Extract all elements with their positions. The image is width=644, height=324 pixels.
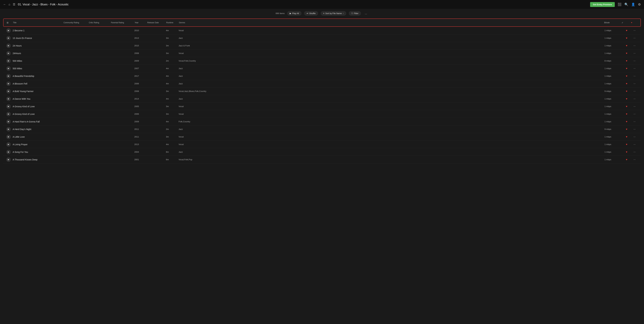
favorite-button[interactable]: ♥ xyxy=(622,44,631,47)
sort-button[interactable]: ≡ Sort by File Name ↑ xyxy=(321,11,346,16)
play-track-button[interactable]: ▶ xyxy=(6,36,11,40)
track-more-button[interactable]: ··· xyxy=(631,90,638,93)
track-more-button[interactable]: ··· xyxy=(631,37,638,40)
track-more-button[interactable]: ··· xyxy=(631,82,638,85)
filter-button[interactable]: ▽ Filter xyxy=(349,11,361,16)
header-check-icon[interactable]: ✓ xyxy=(622,21,631,24)
track-more-button[interactable]: ··· xyxy=(631,52,638,55)
track-more-button[interactable]: ··· xyxy=(631,158,638,161)
table-row[interactable]: ▶ A Living Prayer 2013 4m Vocal 1 mbps ♥… xyxy=(3,141,641,148)
favorite-button[interactable]: ♥ xyxy=(622,128,631,131)
header-release-date[interactable]: Release Date xyxy=(147,22,166,24)
favorite-button[interactable]: ♥ xyxy=(622,75,631,78)
table-row[interactable]: ▶ 500 Miles 2009 2m Vocal,Folk,Country 8… xyxy=(3,57,641,65)
play-track-button[interactable]: ▶ xyxy=(6,59,11,63)
table-row[interactable]: ▶ 2 Become 1 2010 4m Vocal 1 mbps ♥ ··· xyxy=(3,27,641,34)
play-track-button[interactable]: ▶ xyxy=(6,51,11,56)
play-track-button[interactable]: ▶ xyxy=(6,127,11,131)
table-row[interactable]: ▶ A Beautiful Friendship 2017 4m Jazz 1 … xyxy=(3,72,641,80)
favorite-button[interactable]: ♥ xyxy=(622,135,631,138)
favorite-button[interactable]: ♥ xyxy=(622,113,631,116)
favorite-button[interactable]: ♥ xyxy=(622,29,631,32)
table-row[interactable]: ▶ A Thousand Kisses Deep 2001 6m Vocal,F… xyxy=(3,156,641,163)
play-track-button[interactable]: ▶ xyxy=(6,74,11,78)
favorite-button[interactable]: ♥ xyxy=(622,98,631,100)
settings-icon[interactable]: ⚙ xyxy=(638,3,641,6)
favorite-button[interactable]: ♥ xyxy=(622,60,631,62)
header-bitrate[interactable]: Bitrate xyxy=(604,22,622,24)
menu-button[interactable]: ☰ xyxy=(13,3,15,6)
track-more-button[interactable]: ··· xyxy=(631,113,638,116)
play-track-button[interactable]: ▶ xyxy=(6,104,11,109)
favorite-button[interactable]: ♥ xyxy=(622,37,631,40)
track-more-button[interactable]: ··· xyxy=(631,60,638,62)
back-button[interactable]: ← xyxy=(3,3,6,6)
play-track-button[interactable]: ▶ xyxy=(6,66,11,71)
play-track-button[interactable]: ▶ xyxy=(6,82,11,86)
track-more-button[interactable]: ··· xyxy=(631,67,638,70)
play-track-button[interactable]: ▶ xyxy=(6,150,11,154)
play-track-button[interactable]: ▶ xyxy=(6,28,11,33)
more-options-button[interactable]: ... xyxy=(364,11,368,16)
shuffle-button[interactable]: ⇌ Shuffle xyxy=(304,11,318,16)
table-row[interactable]: ▶ A Groovy Kind of Love 2006 3m Vocal 1 … xyxy=(3,110,641,118)
favorite-button[interactable]: ♥ xyxy=(622,90,631,93)
header-genres[interactable]: Genres xyxy=(179,22,604,24)
table-row[interactable]: ▶ A Herd Day's Night 2011 2m Jazz 9 mbps… xyxy=(3,125,641,133)
table-row[interactable]: ▶ A Little Love 2011 3m Vocal 1 mbps ♥ ·… xyxy=(3,133,641,141)
favorite-button[interactable]: ♥ xyxy=(622,151,631,153)
table-row[interactable]: ▶ 500 Miles 2007 4m Jazz 1 mbps ♥ ··· xyxy=(3,65,641,72)
header-title[interactable]: Title xyxy=(13,22,64,24)
track-genre: Vocal,Folk,Country xyxy=(178,60,604,62)
header-runtime[interactable]: Runtime xyxy=(166,22,179,24)
table-row[interactable]: ▶ A Bold Young Farmer 2008 3m Vocal,Jazz… xyxy=(3,88,641,95)
table-row[interactable]: ▶ A Groovy Kind of Love 2005 3m Vocal 1 … xyxy=(3,103,641,110)
table-row[interactable]: ▶ 24 Hours 2015 3m Jazz & Funk 1 mbps ♥ … xyxy=(3,42,641,50)
get-premiere-button[interactable]: Get Emby Premiere xyxy=(590,2,615,7)
play-track-button[interactable]: ▶ xyxy=(6,119,11,124)
play-track-button[interactable]: ▶ xyxy=(6,89,11,94)
user-icon[interactable]: 👤 xyxy=(631,3,635,6)
track-more-button[interactable]: ··· xyxy=(631,98,638,100)
track-more-button[interactable]: ··· xyxy=(631,128,638,131)
play-track-button[interactable]: ▶ xyxy=(6,157,11,162)
header-critic-rating[interactable]: Critic Rating xyxy=(89,22,111,24)
track-more-button[interactable]: ··· xyxy=(631,135,638,138)
play-track-button[interactable]: ▶ xyxy=(6,135,11,139)
favorite-button[interactable]: ♥ xyxy=(622,82,631,85)
track-bitrate: 1 mbps xyxy=(604,158,622,161)
favorite-button[interactable]: ♥ xyxy=(622,120,631,123)
track-genre: Vocal xyxy=(178,52,604,55)
play-track-button[interactable]: ▶ xyxy=(6,44,11,48)
header-parental-rating[interactable]: Parental Rating xyxy=(111,22,135,24)
table-row[interactable]: ▶ A Dance With You 2014 4m Jazz 1 mbps ♥… xyxy=(3,95,641,103)
track-more-button[interactable]: ··· xyxy=(631,151,638,153)
track-more-button[interactable]: ··· xyxy=(631,29,638,32)
table-row[interactable]: ▶ 24Hours 2008 3m Vocal 1 mbps ♥ ··· xyxy=(3,50,641,57)
play-track-button[interactable]: ▶ xyxy=(6,142,11,147)
table-row[interactable]: ▶ 13 Jours En France 2013 3m Jazz 1 mbps… xyxy=(3,34,641,42)
favorite-button[interactable]: ♥ xyxy=(622,52,631,55)
play-track-button[interactable]: ▶ xyxy=(6,112,11,116)
header-heart-icon[interactable]: ♥ xyxy=(631,22,637,24)
favorite-button[interactable]: ♥ xyxy=(622,105,631,108)
cast-icon[interactable]: ⬛ xyxy=(618,3,622,6)
favorite-button[interactable]: ♥ xyxy=(622,158,631,161)
track-more-button[interactable]: ··· xyxy=(631,105,638,108)
header-year[interactable]: Year xyxy=(135,22,147,24)
table-row[interactable]: ▶ A Blossom Fell 2006 4m Jazz 1 mbps ♥ ·… xyxy=(3,80,641,88)
play-all-button[interactable]: ▶ Play All xyxy=(287,11,302,16)
track-more-button[interactable]: ··· xyxy=(631,143,638,146)
table-row[interactable]: ▶ A Hard Rain's A-Gonna Fall 2009 4m Fol… xyxy=(3,118,641,125)
track-more-button[interactable]: ··· xyxy=(631,120,638,123)
favorite-button[interactable]: ♥ xyxy=(622,143,631,146)
header-community-rating[interactable]: Community Rating xyxy=(64,22,89,24)
table-row[interactable]: ▶ A Song For You 2004 8m Jazz 1 mbps ♥ ·… xyxy=(3,148,641,156)
track-more-button[interactable]: ··· xyxy=(631,44,638,47)
grid-view-icon[interactable]: ⊞ xyxy=(7,21,13,24)
play-track-button[interactable]: ▶ xyxy=(6,97,11,101)
track-more-button[interactable]: ··· xyxy=(631,75,638,78)
favorite-button[interactable]: ♥ xyxy=(622,67,631,70)
search-icon[interactable]: 🔍 xyxy=(624,3,628,6)
home-button[interactable]: ⌂ xyxy=(8,3,10,6)
